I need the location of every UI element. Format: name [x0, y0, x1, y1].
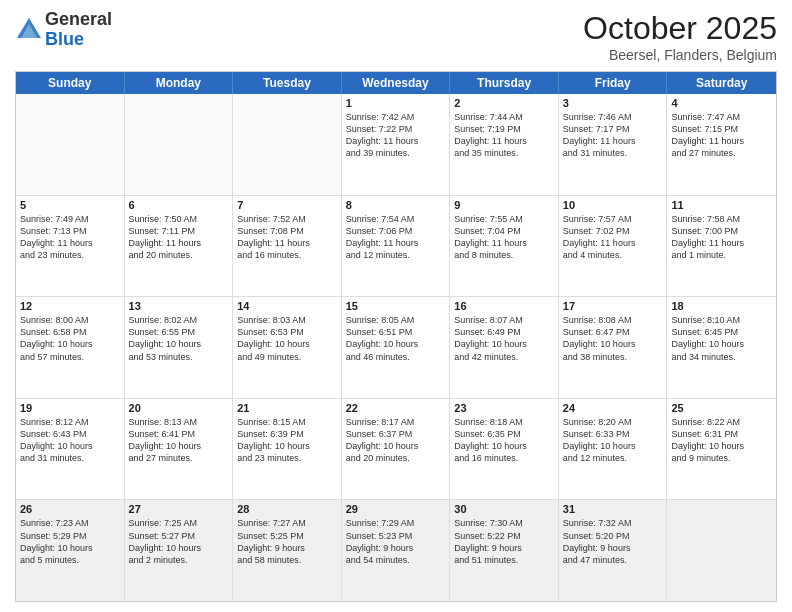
- cal-cell-day-18: 18Sunrise: 8:10 AMSunset: 6:45 PMDayligh…: [667, 297, 776, 398]
- cal-week-2: 5Sunrise: 7:49 AMSunset: 7:13 PMDaylight…: [16, 196, 776, 298]
- day-info: Sunrise: 8:02 AMSunset: 6:55 PMDaylight:…: [129, 314, 229, 363]
- day-number: 6: [129, 199, 229, 211]
- cal-cell-empty: [667, 500, 776, 601]
- day-number: 30: [454, 503, 554, 515]
- day-number: 15: [346, 300, 446, 312]
- cal-cell-empty: [125, 94, 234, 195]
- cal-cell-day-27: 27Sunrise: 7:25 AMSunset: 5:27 PMDayligh…: [125, 500, 234, 601]
- day-info: Sunrise: 7:42 AMSunset: 7:22 PMDaylight:…: [346, 111, 446, 160]
- day-info: Sunrise: 8:03 AMSunset: 6:53 PMDaylight:…: [237, 314, 337, 363]
- cal-cell-day-21: 21Sunrise: 8:15 AMSunset: 6:39 PMDayligh…: [233, 399, 342, 500]
- day-number: 23: [454, 402, 554, 414]
- day-number: 16: [454, 300, 554, 312]
- day-number: 24: [563, 402, 663, 414]
- page: General Blue October 2025 Beersel, Fland…: [0, 0, 792, 612]
- day-info: Sunrise: 8:18 AMSunset: 6:35 PMDaylight:…: [454, 416, 554, 465]
- cal-week-1: 1Sunrise: 7:42 AMSunset: 7:22 PMDaylight…: [16, 94, 776, 196]
- cal-cell-day-13: 13Sunrise: 8:02 AMSunset: 6:55 PMDayligh…: [125, 297, 234, 398]
- day-number: 29: [346, 503, 446, 515]
- day-number: 9: [454, 199, 554, 211]
- cal-header-saturday: Saturday: [667, 72, 776, 94]
- cal-cell-day-8: 8Sunrise: 7:54 AMSunset: 7:06 PMDaylight…: [342, 196, 451, 297]
- day-info: Sunrise: 8:10 AMSunset: 6:45 PMDaylight:…: [671, 314, 772, 363]
- day-number: 8: [346, 199, 446, 211]
- day-number: 22: [346, 402, 446, 414]
- logo-blue-text: Blue: [45, 30, 112, 50]
- day-info: Sunrise: 8:05 AMSunset: 6:51 PMDaylight:…: [346, 314, 446, 363]
- day-info: Sunrise: 7:52 AMSunset: 7:08 PMDaylight:…: [237, 213, 337, 262]
- day-info: Sunrise: 7:55 AMSunset: 7:04 PMDaylight:…: [454, 213, 554, 262]
- header-right: October 2025 Beersel, Flanders, Belgium: [583, 10, 777, 63]
- calendar-body: 1Sunrise: 7:42 AMSunset: 7:22 PMDaylight…: [16, 94, 776, 601]
- cal-cell-empty: [233, 94, 342, 195]
- day-info: Sunrise: 8:20 AMSunset: 6:33 PMDaylight:…: [563, 416, 663, 465]
- day-info: Sunrise: 8:17 AMSunset: 6:37 PMDaylight:…: [346, 416, 446, 465]
- cal-cell-day-5: 5Sunrise: 7:49 AMSunset: 7:13 PMDaylight…: [16, 196, 125, 297]
- cal-week-3: 12Sunrise: 8:00 AMSunset: 6:58 PMDayligh…: [16, 297, 776, 399]
- day-number: 12: [20, 300, 120, 312]
- day-info: Sunrise: 7:49 AMSunset: 7:13 PMDaylight:…: [20, 213, 120, 262]
- location: Beersel, Flanders, Belgium: [583, 47, 777, 63]
- day-info: Sunrise: 7:46 AMSunset: 7:17 PMDaylight:…: [563, 111, 663, 160]
- day-number: 21: [237, 402, 337, 414]
- day-info: Sunrise: 8:15 AMSunset: 6:39 PMDaylight:…: [237, 416, 337, 465]
- day-info: Sunrise: 7:23 AMSunset: 5:29 PMDaylight:…: [20, 517, 120, 566]
- day-number: 25: [671, 402, 772, 414]
- day-number: 11: [671, 199, 772, 211]
- cal-header-tuesday: Tuesday: [233, 72, 342, 94]
- day-info: Sunrise: 7:27 AMSunset: 5:25 PMDaylight:…: [237, 517, 337, 566]
- logo-icon: [15, 16, 43, 44]
- day-number: 20: [129, 402, 229, 414]
- day-info: Sunrise: 8:00 AMSunset: 6:58 PMDaylight:…: [20, 314, 120, 363]
- cal-cell-day-29: 29Sunrise: 7:29 AMSunset: 5:23 PMDayligh…: [342, 500, 451, 601]
- cal-cell-day-20: 20Sunrise: 8:13 AMSunset: 6:41 PMDayligh…: [125, 399, 234, 500]
- day-number: 31: [563, 503, 663, 515]
- day-info: Sunrise: 7:57 AMSunset: 7:02 PMDaylight:…: [563, 213, 663, 262]
- cal-cell-day-11: 11Sunrise: 7:58 AMSunset: 7:00 PMDayligh…: [667, 196, 776, 297]
- day-info: Sunrise: 7:30 AMSunset: 5:22 PMDaylight:…: [454, 517, 554, 566]
- cal-header-friday: Friday: [559, 72, 668, 94]
- cal-cell-day-25: 25Sunrise: 8:22 AMSunset: 6:31 PMDayligh…: [667, 399, 776, 500]
- day-number: 3: [563, 97, 663, 109]
- cal-header-monday: Monday: [125, 72, 234, 94]
- day-info: Sunrise: 7:47 AMSunset: 7:15 PMDaylight:…: [671, 111, 772, 160]
- day-info: Sunrise: 7:29 AMSunset: 5:23 PMDaylight:…: [346, 517, 446, 566]
- logo-text: General Blue: [45, 10, 112, 50]
- day-number: 10: [563, 199, 663, 211]
- cal-cell-day-4: 4Sunrise: 7:47 AMSunset: 7:15 PMDaylight…: [667, 94, 776, 195]
- day-info: Sunrise: 7:32 AMSunset: 5:20 PMDaylight:…: [563, 517, 663, 566]
- cal-cell-day-6: 6Sunrise: 7:50 AMSunset: 7:11 PMDaylight…: [125, 196, 234, 297]
- cal-week-4: 19Sunrise: 8:12 AMSunset: 6:43 PMDayligh…: [16, 399, 776, 501]
- day-number: 13: [129, 300, 229, 312]
- day-number: 14: [237, 300, 337, 312]
- cal-cell-day-31: 31Sunrise: 7:32 AMSunset: 5:20 PMDayligh…: [559, 500, 668, 601]
- header: General Blue October 2025 Beersel, Fland…: [15, 10, 777, 63]
- day-info: Sunrise: 8:08 AMSunset: 6:47 PMDaylight:…: [563, 314, 663, 363]
- cal-cell-day-2: 2Sunrise: 7:44 AMSunset: 7:19 PMDaylight…: [450, 94, 559, 195]
- day-info: Sunrise: 7:44 AMSunset: 7:19 PMDaylight:…: [454, 111, 554, 160]
- day-info: Sunrise: 7:50 AMSunset: 7:11 PMDaylight:…: [129, 213, 229, 262]
- cal-cell-day-12: 12Sunrise: 8:00 AMSunset: 6:58 PMDayligh…: [16, 297, 125, 398]
- logo: General Blue: [15, 10, 112, 50]
- day-info: Sunrise: 8:13 AMSunset: 6:41 PMDaylight:…: [129, 416, 229, 465]
- day-number: 26: [20, 503, 120, 515]
- cal-cell-day-9: 9Sunrise: 7:55 AMSunset: 7:04 PMDaylight…: [450, 196, 559, 297]
- day-number: 7: [237, 199, 337, 211]
- day-number: 27: [129, 503, 229, 515]
- cal-cell-day-30: 30Sunrise: 7:30 AMSunset: 5:22 PMDayligh…: [450, 500, 559, 601]
- day-info: Sunrise: 8:07 AMSunset: 6:49 PMDaylight:…: [454, 314, 554, 363]
- cal-cell-day-10: 10Sunrise: 7:57 AMSunset: 7:02 PMDayligh…: [559, 196, 668, 297]
- cal-cell-day-16: 16Sunrise: 8:07 AMSunset: 6:49 PMDayligh…: [450, 297, 559, 398]
- cal-header-sunday: Sunday: [16, 72, 125, 94]
- day-info: Sunrise: 7:54 AMSunset: 7:06 PMDaylight:…: [346, 213, 446, 262]
- cal-cell-day-7: 7Sunrise: 7:52 AMSunset: 7:08 PMDaylight…: [233, 196, 342, 297]
- cal-cell-day-22: 22Sunrise: 8:17 AMSunset: 6:37 PMDayligh…: [342, 399, 451, 500]
- cal-cell-day-28: 28Sunrise: 7:27 AMSunset: 5:25 PMDayligh…: [233, 500, 342, 601]
- day-number: 4: [671, 97, 772, 109]
- cal-cell-day-15: 15Sunrise: 8:05 AMSunset: 6:51 PMDayligh…: [342, 297, 451, 398]
- cal-cell-day-26: 26Sunrise: 7:23 AMSunset: 5:29 PMDayligh…: [16, 500, 125, 601]
- day-info: Sunrise: 7:58 AMSunset: 7:00 PMDaylight:…: [671, 213, 772, 262]
- day-number: 18: [671, 300, 772, 312]
- logo-general-text: General: [45, 10, 112, 30]
- day-number: 2: [454, 97, 554, 109]
